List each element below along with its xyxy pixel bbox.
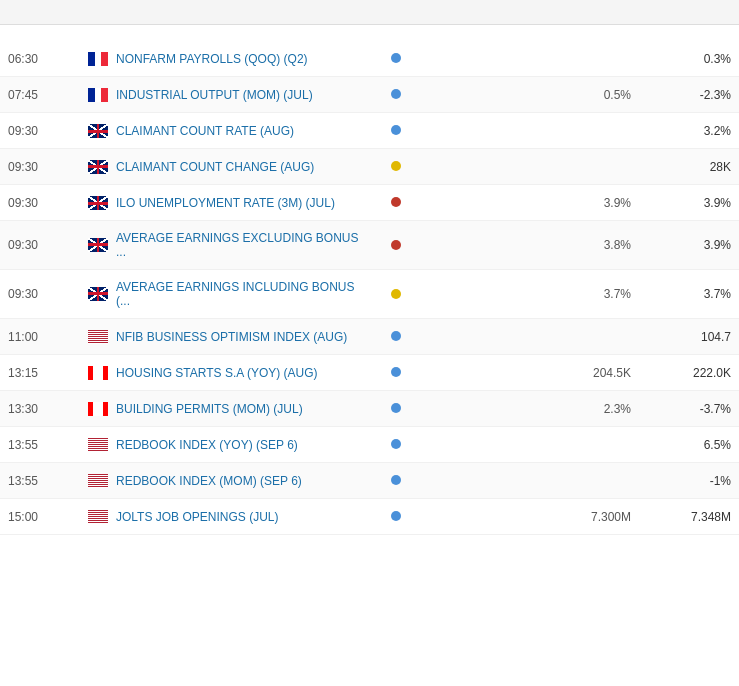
table-row[interactable]: 09:30 ILO UNEMPLOYMENT RATE (3M) (JUL) 3… <box>0 185 739 221</box>
volatility-dot <box>391 511 401 521</box>
event-cell[interactable]: AVERAGE EARNINGS INCLUDING BONUS (... <box>88 280 361 308</box>
time-cell: 11:00 <box>8 330 88 344</box>
event-label: HOUSING STARTS S.A (YOY) (AUG) <box>116 366 318 380</box>
table-row[interactable]: 09:30 CLAIMANT COUNT CHANGE (AUG) 28K <box>0 149 739 185</box>
section-title <box>0 25 739 41</box>
flag-gb-icon <box>88 124 108 138</box>
volatility-dot <box>391 289 401 299</box>
event-cell[interactable]: CLAIMANT COUNT CHANGE (AUG) <box>88 160 361 174</box>
time-cell: 13:30 <box>8 402 88 416</box>
volatility-dot <box>391 439 401 449</box>
consensus-cell: 3.7% <box>521 287 631 301</box>
volatility-dot <box>391 125 401 135</box>
volatility-dot <box>391 475 401 485</box>
vol-cell <box>361 329 431 344</box>
table-row[interactable]: 09:30 CLAIMANT COUNT RATE (AUG) 3.2% <box>0 113 739 149</box>
previous-cell: 3.7% <box>631 287 731 301</box>
event-label: ILO UNEMPLOYMENT RATE (3M) (JUL) <box>116 196 335 210</box>
flag-gb-icon <box>88 238 108 252</box>
vol-cell <box>361 87 431 102</box>
flag-gb-icon <box>88 160 108 174</box>
previous-cell: 104.7 <box>631 330 731 344</box>
header-row <box>0 0 739 25</box>
time-cell: 13:55 <box>8 474 88 488</box>
time-cell: 09:30 <box>8 287 88 301</box>
vol-cell <box>361 195 431 210</box>
table-row[interactable]: 13:15 HOUSING STARTS S.A (YOY) (AUG) 204… <box>0 355 739 391</box>
table-row[interactable]: 09:30 AVERAGE EARNINGS EXCLUDING BONUS .… <box>0 221 739 270</box>
flag-fr-icon <box>88 88 108 102</box>
time-cell: 09:30 <box>8 196 88 210</box>
time-cell: 13:15 <box>8 366 88 380</box>
event-label: BUILDING PERMITS (MOM) (JUL) <box>116 402 303 416</box>
vol-cell <box>361 159 431 174</box>
flag-us-icon <box>88 510 108 524</box>
table-row[interactable]: 07:45 INDUSTRIAL OUTPUT (MOM) (JUL) 0.5%… <box>0 77 739 113</box>
event-label: REDBOOK INDEX (YOY) (SEP 6) <box>116 438 298 452</box>
event-cell[interactable]: REDBOOK INDEX (MOM) (SEP 6) <box>88 474 361 488</box>
time-cell: 09:30 <box>8 238 88 252</box>
vol-cell <box>361 287 431 302</box>
vol-cell <box>361 123 431 138</box>
event-label: NFIB BUSINESS OPTIMISM INDEX (AUG) <box>116 330 347 344</box>
consensus-cell: 204.5K <box>521 366 631 380</box>
table-row[interactable]: 13:55 REDBOOK INDEX (YOY) (SEP 6) 6.5% <box>0 427 739 463</box>
event-cell[interactable]: CLAIMANT COUNT RATE (AUG) <box>88 124 361 138</box>
event-cell[interactable]: JOLTS JOB OPENINGS (JUL) <box>88 510 361 524</box>
event-label: NONFARM PAYROLLS (QOQ) (Q2) <box>116 52 308 66</box>
event-cell[interactable]: BUILDING PERMITS (MOM) (JUL) <box>88 402 361 416</box>
volatility-dot <box>391 161 401 171</box>
previous-cell: 222.0K <box>631 366 731 380</box>
table-row[interactable]: 13:30 BUILDING PERMITS (MOM) (JUL) 2.3% … <box>0 391 739 427</box>
event-label: CLAIMANT COUNT CHANGE (AUG) <box>116 160 314 174</box>
previous-cell: 0.3% <box>631 52 731 66</box>
vol-cell <box>361 365 431 380</box>
flag-gb-icon <box>88 287 108 301</box>
time-cell: 09:30 <box>8 124 88 138</box>
vol-cell <box>361 437 431 452</box>
event-label: CLAIMANT COUNT RATE (AUG) <box>116 124 294 138</box>
volatility-dot <box>391 89 401 99</box>
previous-cell: 3.9% <box>631 238 731 252</box>
vol-cell <box>361 473 431 488</box>
vol-cell <box>361 509 431 524</box>
event-cell[interactable]: ILO UNEMPLOYMENT RATE (3M) (JUL) <box>88 196 361 210</box>
table-row[interactable]: 06:30 NONFARM PAYROLLS (QOQ) (Q2) 0.3% <box>0 41 739 77</box>
consensus-cell: 2.3% <box>521 402 631 416</box>
vol-cell <box>361 238 431 253</box>
time-cell: 09:30 <box>8 160 88 174</box>
previous-cell: 3.2% <box>631 124 731 138</box>
table-row[interactable]: 11:00 NFIB BUSINESS OPTIMISM INDEX (AUG)… <box>0 319 739 355</box>
event-label: AVERAGE EARNINGS INCLUDING BONUS (... <box>116 280 361 308</box>
flag-us-icon <box>88 330 108 344</box>
table-row[interactable]: 15:00 JOLTS JOB OPENINGS (JUL) 7.300M 7.… <box>0 499 739 535</box>
volatility-dot <box>391 53 401 63</box>
table-row[interactable]: 13:55 REDBOOK INDEX (MOM) (SEP 6) -1% <box>0 463 739 499</box>
event-cell[interactable]: HOUSING STARTS S.A (YOY) (AUG) <box>88 366 361 380</box>
event-cell[interactable]: NONFARM PAYROLLS (QOQ) (Q2) <box>88 52 361 66</box>
flag-ca-icon <box>88 366 108 380</box>
time-cell: 06:30 <box>8 52 88 66</box>
previous-cell: -1% <box>631 474 731 488</box>
event-label: AVERAGE EARNINGS EXCLUDING BONUS ... <box>116 231 361 259</box>
consensus-cell: 7.300M <box>521 510 631 524</box>
previous-cell: -2.3% <box>631 88 731 102</box>
event-label: JOLTS JOB OPENINGS (JUL) <box>116 510 278 524</box>
time-cell: 07:45 <box>8 88 88 102</box>
previous-cell: -3.7% <box>631 402 731 416</box>
event-cell[interactable]: INDUSTRIAL OUTPUT (MOM) (JUL) <box>88 88 361 102</box>
consensus-cell: 0.5% <box>521 88 631 102</box>
event-cell[interactable]: AVERAGE EARNINGS EXCLUDING BONUS ... <box>88 231 361 259</box>
table-row[interactable]: 09:30 AVERAGE EARNINGS INCLUDING BONUS (… <box>0 270 739 319</box>
time-cell: 13:55 <box>8 438 88 452</box>
volatility-dot <box>391 197 401 207</box>
vol-cell <box>361 401 431 416</box>
volatility-dot <box>391 367 401 377</box>
volatility-dot <box>391 331 401 341</box>
volatility-dot <box>391 240 401 250</box>
vol-cell <box>361 51 431 66</box>
event-cell[interactable]: NFIB BUSINESS OPTIMISM INDEX (AUG) <box>88 330 361 344</box>
event-label: INDUSTRIAL OUTPUT (MOM) (JUL) <box>116 88 313 102</box>
flag-us-icon <box>88 438 108 452</box>
event-cell[interactable]: REDBOOK INDEX (YOY) (SEP 6) <box>88 438 361 452</box>
